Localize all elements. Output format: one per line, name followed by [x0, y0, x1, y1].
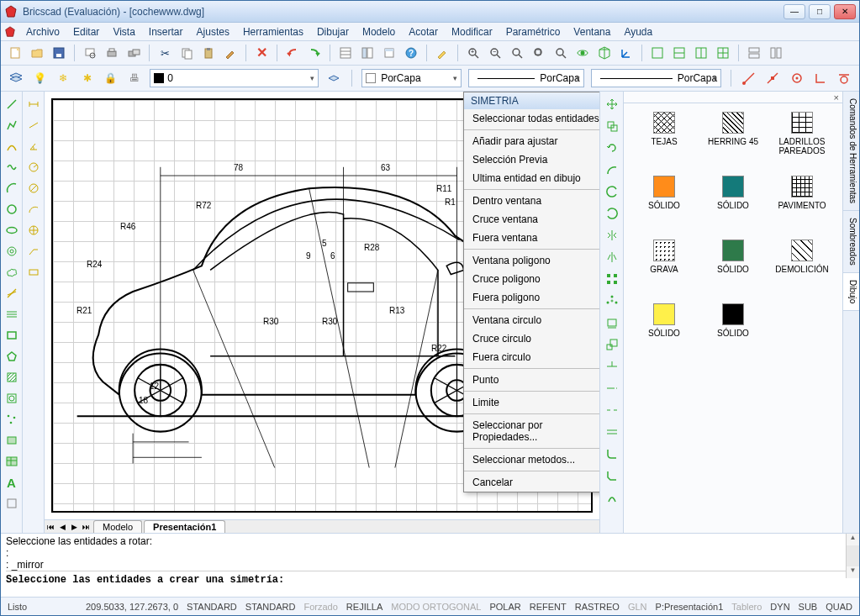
status-gln[interactable]: GLN [628, 602, 647, 612]
extend-tool[interactable] [603, 379, 621, 398]
tab-layout1[interactable]: Presentación1 [144, 520, 225, 533]
properties-button[interactable] [336, 44, 355, 62]
layer-lock-icon[interactable]: 🔒 [103, 69, 119, 87]
ctx-poly-win[interactable]: Ventana poligono [464, 251, 599, 270]
maximize-button[interactable]: □ [809, 4, 831, 19]
cmd-prompt[interactable]: Seleccione las entidades a crear una sim… [6, 571, 854, 588]
undo-local-tool[interactable] [603, 182, 621, 201]
menu-ajustes[interactable]: Ajustes [190, 24, 236, 39]
snap-tangent-button[interactable] [836, 69, 852, 87]
status-sub[interactable]: SUB [799, 602, 818, 612]
status-rejilla[interactable]: REJILLA [346, 602, 383, 612]
ellipse-tool[interactable] [3, 221, 21, 240]
dim-aligned-tool[interactable] [24, 116, 43, 134]
status-standard1[interactable]: STANDARD [187, 602, 237, 612]
ctx-add-fit[interactable]: Añadir para ajustar [464, 132, 599, 150]
ctx-last-ent[interactable]: Ultima entidad en dibujo [464, 169, 599, 187]
viewport-single-button[interactable] [648, 44, 667, 62]
revcloud-tool[interactable] [3, 263, 21, 282]
mirror3d-tool[interactable] [603, 248, 621, 266]
ctx-poly-out[interactable]: Fuera poligono [464, 288, 599, 307]
array-tool[interactable] [603, 270, 621, 288]
menu-insertar[interactable]: Insertar [142, 24, 190, 39]
donut-tool[interactable] [3, 242, 21, 261]
viewport-2v-button[interactable] [692, 44, 710, 62]
ctx-circ-cross[interactable]: Cruce circulo [464, 329, 599, 348]
break-tool[interactable] [603, 401, 621, 419]
menu-archivo[interactable]: Archivo [19, 24, 66, 39]
ctx-limit[interactable]: Limite [464, 393, 599, 412]
menu-herramientas[interactable]: Herramientas [236, 24, 310, 39]
menu-editar[interactable]: Editar [66, 24, 106, 39]
hatch-item-7[interactable]: SÓLIDO [717, 240, 749, 287]
tile-horizontal-button[interactable] [745, 44, 763, 62]
status-quad[interactable]: QUAD [826, 602, 852, 612]
print-preview-button[interactable] [81, 44, 99, 62]
move-tool[interactable] [603, 95, 621, 113]
dim-center-tool[interactable] [24, 221, 43, 240]
status-polar[interactable]: POLAR [489, 602, 520, 612]
menu-dibujar[interactable]: Dibujar [310, 24, 356, 39]
trim-tool[interactable] [603, 357, 621, 376]
join-tool[interactable] [603, 423, 621, 441]
dim-angular-tool[interactable] [24, 137, 43, 155]
tab-prev[interactable]: ◀ [56, 523, 68, 531]
text-tool[interactable]: A [3, 473, 21, 492]
vtab-tools[interactable]: Comandos de Herramientas [843, 92, 859, 211]
vtab-draw[interactable]: Dibujo [843, 273, 859, 311]
publish-button[interactable] [124, 44, 143, 62]
layer-freeze-icon[interactable]: ❄ [55, 69, 71, 87]
zoom-extents-button[interactable] [530, 44, 548, 62]
tile-vertical-button[interactable] [767, 44, 785, 62]
ctx-cross-window[interactable]: Cruce ventana [464, 210, 599, 229]
status-standard2[interactable]: STANDARD [245, 602, 296, 612]
save-button[interactable] [50, 44, 68, 62]
copy-button[interactable] [177, 44, 196, 62]
drawing-viewport[interactable]: 78 63 R72 R46 R24 R21 R11 R1 R30 R30 R28… [45, 92, 599, 519]
paste-button[interactable] [199, 44, 218, 62]
snap-endpoint-button[interactable] [741, 69, 757, 87]
hatch-tool[interactable] [3, 368, 21, 387]
open-button[interactable] [28, 44, 46, 62]
zoom-out-button[interactable]: − [486, 44, 504, 62]
new-button[interactable] [6, 44, 24, 62]
scale-tool[interactable] [603, 335, 621, 354]
orbit-button[interactable] [573, 44, 592, 62]
redo-local-tool[interactable] [603, 204, 621, 223]
hatch-item-9[interactable]: SÓLIDO [648, 303, 680, 350]
zoom-window-button[interactable] [508, 44, 526, 62]
circle-tool[interactable] [3, 200, 21, 218]
hatch-item-0[interactable]: TEJAS [651, 112, 677, 159]
ctx-in-window[interactable]: Dentro ventana [464, 192, 599, 210]
hatch-item-6[interactable]: GRAVA [650, 240, 678, 287]
layer-states-icon[interactable] [325, 69, 342, 87]
menu-modelo[interactable]: Modelo [356, 24, 402, 39]
status-forzado[interactable]: Forzado [304, 602, 338, 612]
leader-tool[interactable] [24, 242, 43, 261]
view-button[interactable] [595, 44, 614, 62]
arc-modify-tool[interactable] [603, 161, 621, 179]
status-refent[interactable]: REFENT [530, 602, 567, 612]
snap-center-button[interactable] [788, 69, 805, 87]
delete-button[interactable]: ✕ [252, 44, 271, 62]
tab-last[interactable]: ⏭ [80, 523, 92, 531]
menu-acotar[interactable]: Acotar [402, 24, 445, 39]
block-tool[interactable] [3, 494, 21, 513]
curve-tool[interactable] [3, 137, 21, 155]
explode-tool[interactable] [603, 488, 621, 507]
dim-radius-tool[interactable] [24, 158, 43, 176]
hatch-item-8[interactable]: DEMOLICIÓN [775, 240, 828, 287]
linetype-combo[interactable]: PorCapa ▾ [468, 69, 583, 87]
zoom-in-button[interactable]: + [464, 44, 483, 62]
pan-button[interactable] [551, 44, 570, 62]
spline-tool[interactable] [3, 158, 21, 176]
help-button[interactable]: ? [402, 44, 420, 62]
lineweight-combo[interactable]: PorCapa ▾ [591, 69, 722, 87]
offset-tool[interactable] [603, 313, 621, 332]
hatch-item-5[interactable]: PAVIMENTO [778, 176, 826, 223]
drawing-explorer-button[interactable] [358, 44, 377, 62]
polyline-tool[interactable] [3, 116, 21, 134]
palette-close-icon[interactable]: × [624, 92, 842, 103]
boundary-tool[interactable] [3, 389, 21, 408]
array-polar-tool[interactable] [603, 292, 621, 310]
